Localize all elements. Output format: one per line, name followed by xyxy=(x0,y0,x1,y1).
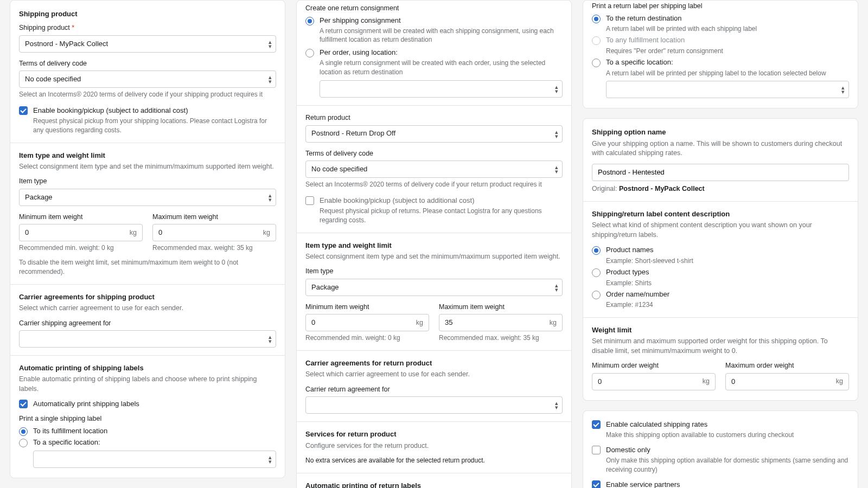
unit-kg: kg xyxy=(836,377,843,387)
content-order-radio[interactable] xyxy=(592,291,601,299)
print-dest-radio[interactable] xyxy=(592,15,601,23)
calc-rates-checkbox[interactable] xyxy=(592,420,601,429)
print-specific-label: To a specific location: xyxy=(33,438,100,447)
auto-print-checkbox[interactable] xyxy=(19,400,28,408)
per-consignment-label: Per shipping consignment xyxy=(320,16,563,25)
item-type-desc: Select consignment item type and set the… xyxy=(19,162,276,172)
shipping-product-select[interactable]: Postnord - MyPack Collect xyxy=(19,35,276,53)
shipping-product-label: Shipping product xyxy=(19,23,276,33)
content-product-names-radio[interactable] xyxy=(592,246,601,255)
print-specific-loc-desc: A return label will be printed per shipp… xyxy=(606,69,826,78)
enable-booking-desc: Request physical pickup from your shippi… xyxy=(33,117,276,135)
shipping-product-title: Shipping product xyxy=(19,9,276,19)
content-desc-desc: Select what kind of shipment content des… xyxy=(592,221,849,240)
unit-kg: kg xyxy=(550,318,557,328)
carrier-label: Carrier shipping agreement for xyxy=(19,319,276,329)
shipping-product-card: Shipping product Shipping product Postno… xyxy=(10,0,285,478)
max-weight-value: 0 xyxy=(158,228,263,237)
min-weight-label: Minimum item weight xyxy=(19,213,143,222)
return-terms-select[interactable]: No code specified xyxy=(305,160,563,178)
print-dest-label: To the return destination xyxy=(606,14,757,23)
return-min-help: Recommended min. weight: 0 kg xyxy=(305,333,429,343)
print-any-radio[interactable] xyxy=(592,36,601,45)
content-order-label: Order name/number xyxy=(606,290,669,299)
item-type-select[interactable]: Package xyxy=(19,189,276,206)
option-name-card: Shipping option name Give your shipping … xyxy=(583,118,858,401)
return-carrier-title: Carrier agreements for return product xyxy=(305,358,563,368)
max-weight-input[interactable]: 0 kg xyxy=(152,224,276,241)
return-max-weight-input[interactable]: 35 kg xyxy=(439,314,563,331)
return-product-select[interactable]: Postnord - Return Drop Off xyxy=(305,125,563,143)
return-terms-label: Terms of delivery code xyxy=(305,149,563,159)
terms-label: Terms of delivery code xyxy=(19,59,276,69)
return-carrier-label: Carrier return agreement for xyxy=(305,385,563,395)
print-specific-radio[interactable] xyxy=(19,439,28,447)
content-product-types-label: Product types xyxy=(606,267,652,277)
print-specific-loc-select[interactable] xyxy=(606,81,849,98)
return-booking-label: Enable booking/pickup (subject to additi… xyxy=(320,196,563,206)
return-max-help: Recommended max. weight: 35 kg xyxy=(439,333,563,343)
return-services-desc: Configure services for the return produc… xyxy=(305,441,563,451)
return-carrier-select[interactable] xyxy=(305,396,563,414)
return-max-weight-label: Maximum item weight xyxy=(439,303,563,312)
auto-print-check-label: Automatically print shipping labels xyxy=(33,399,139,409)
unit-kg: kg xyxy=(263,228,270,238)
return-terms-help: Select an Incoterms® 2020 terms of deliv… xyxy=(305,180,563,189)
per-consignment-radio[interactable] xyxy=(305,17,314,25)
option-name-desc: Give your shipping option a name. This w… xyxy=(592,139,849,158)
print-fulfillment-label: To its fulfillment location xyxy=(33,426,107,436)
per-order-location-select[interactable] xyxy=(320,80,563,98)
return-min-value: 0 xyxy=(311,318,416,328)
content-order-ex: Example: #1234 xyxy=(606,300,669,310)
option-name-title: Shipping option name xyxy=(592,127,849,137)
per-order-radio[interactable] xyxy=(305,49,314,57)
per-consignment-desc: A return consignment will be created wit… xyxy=(320,27,563,45)
print-location-select[interactable] xyxy=(33,451,276,468)
min-order-weight-label: Minimum order weight xyxy=(592,361,716,371)
terms-select[interactable]: No code specified xyxy=(19,70,276,88)
content-product-names-label: Product names xyxy=(606,245,693,255)
enable-booking-checkbox[interactable] xyxy=(19,106,28,115)
return-config-card: Create one return consignment Per shippi… xyxy=(296,0,572,488)
per-order-label: Per order, using location: xyxy=(320,48,563,57)
return-item-type-desc: Select consignment item type and set the… xyxy=(305,252,563,262)
item-type-title: Item type and weight limit xyxy=(19,151,276,160)
print-dest-desc: A return label will be printed with each… xyxy=(606,24,757,34)
print-any-desc: Requires "Per order" return consignment xyxy=(606,47,723,56)
print-fulfillment-radio[interactable] xyxy=(19,427,28,436)
return-item-type-label: Item type xyxy=(305,267,563,277)
content-product-types-radio[interactable] xyxy=(592,268,601,277)
unit-kg: kg xyxy=(703,377,710,387)
create-return-title: Create one return consignment xyxy=(305,4,563,14)
max-order-value: 0 xyxy=(731,377,836,387)
return-item-type-select[interactable]: Package xyxy=(305,279,563,296)
max-order-weight-input[interactable]: 0 kg xyxy=(725,373,849,390)
return-item-type-title: Item type and weight limit xyxy=(305,241,563,251)
option-name-input[interactable] xyxy=(592,164,849,181)
carrier-desc: Select which carrier agreement to use fo… xyxy=(19,304,276,313)
min-order-weight-input[interactable]: 0 kg xyxy=(592,373,716,390)
auto-print-title: Automatic printing of shipping labels xyxy=(19,363,276,373)
min-weight-input[interactable]: 0 kg xyxy=(19,224,143,241)
unit-kg: kg xyxy=(416,318,423,328)
return-booking-checkbox[interactable] xyxy=(305,196,314,205)
service-partners-label: Enable service partners xyxy=(606,480,834,488)
return-min-weight-input[interactable]: 0 kg xyxy=(305,314,429,331)
min-weight-help: Recommended min. weight: 0 kg xyxy=(19,243,143,253)
terms-help: Select an Incoterms® 2020 terms of deliv… xyxy=(19,90,276,99)
content-product-names-ex: Example: Short-sleeved t-shirt xyxy=(606,256,693,266)
max-order-weight-label: Maximum order weight xyxy=(725,361,849,371)
service-partners-checkbox[interactable] xyxy=(592,480,601,488)
print-specific-loc-radio[interactable] xyxy=(592,59,601,67)
carrier-select[interactable] xyxy=(19,330,276,348)
min-order-value: 0 xyxy=(598,377,703,387)
return-max-value: 35 xyxy=(445,318,550,328)
item-type-label: Item type xyxy=(19,177,276,187)
domestic-desc: Only make this shipping option available… xyxy=(606,456,849,474)
auto-print-desc: Enable automatic printing of shipping la… xyxy=(19,375,276,394)
print-specific-loc-label: To a specific location: xyxy=(606,57,826,67)
print-label-title: Print a return label per shipping label xyxy=(592,2,849,11)
content-desc-title: Shipping/return label content descriptio… xyxy=(592,209,849,219)
domestic-checkbox[interactable] xyxy=(592,446,601,454)
max-weight-help: Recommended max. weight: 35 kg xyxy=(152,243,276,253)
